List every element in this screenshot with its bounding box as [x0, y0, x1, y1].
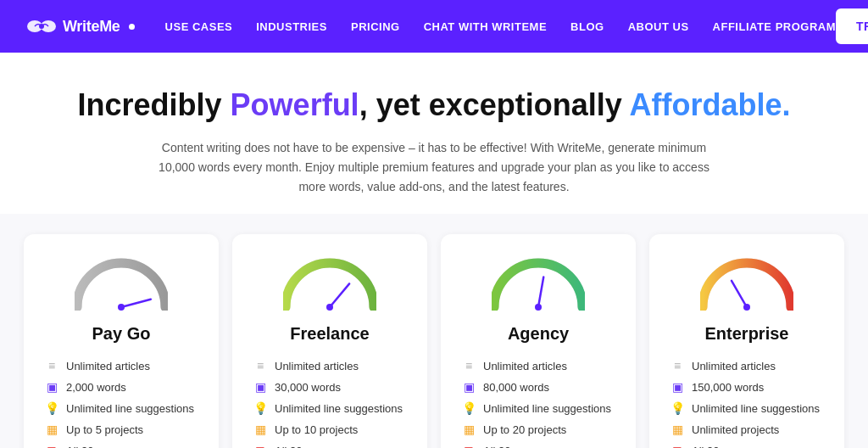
feature-item: 💡Unlimited line suggestions — [44, 401, 198, 415]
feature-text: All 30+ use cases — [483, 445, 570, 448]
plan-card-freelance: Freelance≡Unlimited articles▣30,000 word… — [232, 234, 427, 448]
feature-icon: ⊞ — [253, 444, 268, 448]
svg-line-9 — [732, 281, 747, 307]
feature-item: ⊞All 30+ use cases — [44, 444, 198, 448]
feature-icon: ▦ — [253, 423, 268, 436]
feature-item: ▣30,000 words — [253, 380, 407, 394]
feature-item: ▦Up to 10 projects — [253, 423, 407, 436]
feature-text: All 30+ use cases — [66, 445, 153, 448]
hero-description: Content writing does not have to be expe… — [146, 138, 722, 197]
try-free-button[interactable]: TRY IT FREE › — [836, 8, 868, 44]
feature-item: ▣80,000 words — [461, 380, 615, 394]
feature-icon: ≡ — [44, 359, 59, 372]
feature-text: Unlimited articles — [275, 360, 359, 372]
svg-line-5 — [330, 284, 349, 308]
feature-list-enterprise: ≡Unlimited articles▣150,000 words💡Unlimi… — [670, 359, 824, 448]
feature-text: Unlimited articles — [483, 360, 567, 372]
feature-item: ≡Unlimited articles — [670, 359, 824, 372]
plan-card-pay-go: Pay Go≡Unlimited articles▣2,000 words💡Un… — [24, 234, 219, 448]
feature-item: ≡Unlimited articles — [461, 359, 615, 372]
feature-icon: 💡 — [253, 401, 268, 415]
feature-item: ▦Up to 5 projects — [44, 423, 198, 436]
feature-item: ≡Unlimited articles — [44, 359, 198, 372]
plan-card-enterprise: Enterprise≡Unlimited articles▣150,000 wo… — [649, 234, 844, 448]
feature-text: All 30+ use cases — [692, 445, 778, 448]
feature-text: Up to 5 projects — [66, 423, 143, 436]
feature-item: 💡Unlimited line suggestions — [461, 401, 615, 415]
plan-title-agency: Agency — [508, 324, 569, 344]
feature-icon: ▦ — [44, 423, 59, 436]
nav-industries[interactable]: INDUSTRIES — [256, 20, 327, 33]
feature-icon: ⊞ — [461, 444, 476, 448]
feature-text: Unlimited line suggestions — [483, 402, 611, 415]
feature-text: 150,000 words — [692, 381, 764, 394]
logo[interactable]: WriteMe — [27, 17, 135, 36]
feature-icon: ▦ — [461, 423, 476, 436]
plan-card-agency: Agency≡Unlimited articles▣80,000 words💡U… — [441, 234, 636, 448]
nav-links: USE CASES INDUSTRIES PRICING CHAT WITH W… — [165, 20, 836, 33]
feature-item: ⊞All 30+ use cases — [461, 444, 615, 448]
feature-item: ▣150,000 words — [670, 380, 824, 394]
pricing-cards: Pay Go≡Unlimited articles▣2,000 words💡Un… — [0, 214, 868, 448]
gauge-agency — [492, 258, 585, 311]
feature-list-agency: ≡Unlimited articles▣80,000 words💡Unlimit… — [461, 359, 615, 448]
feature-text: Up to 20 projects — [483, 423, 566, 436]
logo-icon — [27, 17, 56, 36]
feature-icon: ≡ — [670, 359, 685, 372]
nav-use-cases[interactable]: USE CASES — [165, 20, 233, 33]
feature-icon: 💡 — [670, 401, 685, 415]
feature-item: ▦Up to 20 projects — [461, 423, 615, 436]
feature-icon: 💡 — [461, 401, 476, 415]
feature-list-pay-go: ≡Unlimited articles▣2,000 words💡Unlimite… — [44, 359, 198, 448]
feature-item: ⊞All 30+ use cases — [670, 444, 824, 448]
feature-icon: ▣ — [461, 380, 476, 394]
feature-text: Unlimited line suggestions — [66, 402, 194, 415]
feature-list-freelance: ≡Unlimited articles▣30,000 words💡Unlimit… — [253, 359, 407, 448]
hero-title: Incredibly Powerful, yet exceptionally A… — [51, 87, 817, 123]
feature-icon: 💡 — [44, 401, 59, 415]
feature-text: Up to 10 projects — [275, 423, 358, 436]
nav-affiliate[interactable]: AFFILIATE PROGRAM — [713, 20, 836, 33]
feature-item: ▦Unlimited projects — [670, 423, 824, 436]
feature-text: 80,000 words — [483, 381, 549, 394]
feature-icon: ▣ — [670, 380, 685, 394]
feature-text: 30,000 words — [275, 381, 341, 394]
gauge-pay-go — [75, 258, 168, 311]
gauge-freelance — [283, 258, 376, 311]
feature-text: Unlimited projects — [692, 423, 779, 436]
logo-dot — [129, 24, 135, 30]
svg-point-10 — [743, 304, 750, 311]
feature-icon: ⊞ — [670, 444, 685, 448]
feature-text: Unlimited line suggestions — [275, 402, 403, 415]
feature-text: All 30+ use cases — [275, 445, 361, 448]
svg-line-3 — [121, 300, 151, 307]
plan-title-freelance: Freelance — [290, 324, 369, 344]
svg-point-6 — [326, 304, 333, 311]
feature-icon: ▣ — [44, 380, 59, 394]
feature-item: 💡Unlimited line suggestions — [670, 401, 824, 415]
svg-line-7 — [538, 277, 543, 307]
navbar: WriteMe USE CASES INDUSTRIES PRICING CHA… — [0, 0, 868, 53]
hero-section: Incredibly Powerful, yet exceptionally A… — [0, 53, 868, 214]
svg-point-4 — [118, 304, 125, 311]
nav-blog[interactable]: BLOG — [570, 20, 604, 33]
feature-text: 2,000 words — [66, 381, 126, 394]
plan-title-enterprise: Enterprise — [705, 324, 789, 344]
logo-text: WriteMe — [63, 18, 120, 36]
feature-item: 💡Unlimited line suggestions — [253, 401, 407, 415]
nav-pricing[interactable]: PRICING — [351, 20, 400, 33]
feature-text: Unlimited line suggestions — [692, 402, 820, 415]
gauge-enterprise — [700, 258, 793, 311]
feature-icon: ≡ — [461, 359, 476, 372]
nav-about[interactable]: ABOUT US — [628, 20, 689, 33]
feature-item: ≡Unlimited articles — [253, 359, 407, 372]
feature-icon: ≡ — [253, 359, 268, 372]
nav-chat[interactable]: CHAT WITH WRITEME — [424, 20, 547, 33]
feature-icon: ⊞ — [44, 444, 59, 448]
plan-title-pay-go: Pay Go — [92, 324, 151, 344]
feature-icon: ▣ — [253, 380, 268, 394]
feature-item: ▣2,000 words — [44, 380, 198, 394]
feature-item: ⊞All 30+ use cases — [253, 444, 407, 448]
feature-icon: ▦ — [670, 423, 685, 436]
feature-text: Unlimited articles — [692, 360, 776, 372]
